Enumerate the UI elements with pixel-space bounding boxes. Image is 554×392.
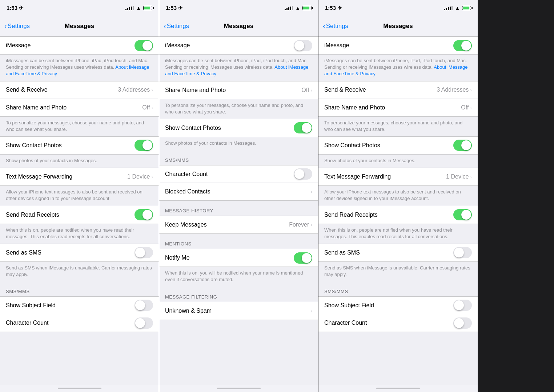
back-button[interactable]: ‹Settings <box>4 22 30 30</box>
chevron-right-icon: › <box>151 87 153 93</box>
row-label: Send & Receive <box>324 87 366 93</box>
toggle-switch[interactable] <box>453 300 472 311</box>
description-text: To personalize your messages, choose you… <box>159 99 318 119</box>
description-link[interactable]: About iMessage and FaceTime & Privacy <box>165 64 309 76</box>
back-label: Settings <box>326 23 348 30</box>
status-time: 1:53 ✈ <box>325 5 342 11</box>
section-header: MESSAGE FILTERING <box>159 287 318 302</box>
settings-group: Show Contact Photos <box>318 136 478 155</box>
home-indicator <box>159 385 318 392</box>
section-header: SMS/MMS <box>0 281 159 296</box>
settings-row[interactable]: Text Message Forwarding1 Device› <box>0 168 159 185</box>
back-label: Settings <box>8 23 30 30</box>
settings-group: Send as SMS <box>0 244 159 262</box>
description-link[interactable]: About iMessage and FaceTime & Privacy <box>324 64 468 76</box>
status-time: 1:53 ✈ <box>7 5 24 11</box>
row-value: Off› <box>301 87 312 93</box>
settings-row[interactable]: Share Name and PhotoOff› <box>159 81 318 99</box>
settings-row: Send as SMS <box>318 244 478 261</box>
section-header: SMS/MMS <box>318 281 478 296</box>
settings-row[interactable]: Share Name and PhotoOff› <box>318 99 478 116</box>
home-bar <box>217 388 261 389</box>
toggle-switch[interactable] <box>453 140 472 151</box>
row-value: 1 Device› <box>127 173 153 180</box>
settings-content: iMessageiMessages can be sent between iP… <box>318 36 478 385</box>
description-link[interactable]: About iMessage and FaceTime & Privacy <box>6 64 149 76</box>
row-label: Show Subject Field <box>324 302 374 309</box>
toggle-switch[interactable] <box>453 209 472 220</box>
toggle-switch[interactable] <box>294 168 312 180</box>
row-label: Send as SMS <box>6 249 41 256</box>
section-header: MENTIONS <box>159 234 318 249</box>
settings-group: Send as SMS <box>318 244 478 262</box>
row-value: › <box>310 189 312 195</box>
description-text: Send as SMS when iMessage is unavailable… <box>318 262 478 281</box>
row-value: Forever› <box>289 221 312 228</box>
toggle-switch[interactable] <box>294 252 312 264</box>
toggle-switch[interactable] <box>135 300 153 311</box>
row-label: Send as SMS <box>324 249 360 256</box>
row-value: 3 Addresses› <box>118 87 153 93</box>
description-text: When this is on, people are notified whe… <box>318 224 478 244</box>
description-text: When this is on, you will be notified wh… <box>159 267 318 287</box>
toggle-switch[interactable] <box>135 247 153 258</box>
toggle-switch[interactable] <box>453 40 472 51</box>
description-text: Show photos of your contacts in Messages… <box>159 137 318 150</box>
row-label: Character Count <box>6 320 48 326</box>
signal-bars-icon <box>444 6 453 10</box>
back-button[interactable]: ‹Settings <box>164 22 189 30</box>
settings-row[interactable]: Send & Receive3 Addresses› <box>318 81 478 99</box>
row-label: Blocked Contacts <box>165 188 210 195</box>
settings-row: iMessage <box>318 37 478 54</box>
row-label: Unknown & Spam <box>165 308 212 314</box>
status-time: 1:53 ✈ <box>166 5 183 11</box>
row-label: Keep Messages <box>165 221 207 228</box>
settings-row[interactable]: Keep MessagesForever› <box>159 216 318 233</box>
settings-group: Send & Receive3 Addresses›Share Name and… <box>318 81 478 117</box>
toggle-switch[interactable] <box>135 317 153 329</box>
settings-row[interactable]: Send & Receive3 Addresses› <box>0 81 159 99</box>
row-label: Show Contact Photos <box>6 142 62 149</box>
settings-row: Show Subject Field <box>318 297 478 314</box>
settings-group: Keep MessagesForever› <box>159 216 318 234</box>
home-indicator <box>318 385 478 392</box>
settings-row[interactable]: Share Name and PhotoOff› <box>0 99 159 116</box>
row-value-text: Forever <box>289 221 309 228</box>
description-text: To personalize your messages, choose you… <box>318 117 478 136</box>
settings-row[interactable]: Unknown & Spam› <box>159 302 318 320</box>
toggle-switch[interactable] <box>294 122 312 133</box>
description-text: When this is on, people are notified whe… <box>0 224 159 244</box>
toggle-switch[interactable] <box>453 247 472 258</box>
back-button[interactable]: ‹Settings <box>323 22 348 30</box>
description-text: Allow your iPhone text messages to also … <box>0 186 159 205</box>
description-text: iMessages can be sent between iPhone, iP… <box>318 55 478 81</box>
home-indicator <box>0 385 159 392</box>
phone-panel-panel2: 1:53 ✈▲‹SettingsMessagesiMessageiMessage… <box>159 0 318 392</box>
back-label: Settings <box>167 23 189 30</box>
toggle-switch[interactable] <box>294 40 312 51</box>
toggle-switch[interactable] <box>453 317 472 329</box>
nav-title: Messages <box>383 23 413 30</box>
toggle-switch[interactable] <box>135 140 153 151</box>
row-value: 3 Addresses› <box>437 87 472 93</box>
wifi-icon: ▲ <box>136 5 141 11</box>
settings-row: Show Contact Photos <box>318 137 478 154</box>
chevron-right-icon: › <box>470 87 472 93</box>
settings-group: iMessage <box>318 36 478 55</box>
row-value-text: Off <box>142 104 150 111</box>
settings-group: Show Subject FieldCharacter Count <box>318 296 478 332</box>
phone-panel-panel1: 1:53 ✈▲‹SettingsMessagesiMessageiMessage… <box>0 0 159 392</box>
row-value: Off› <box>461 104 472 111</box>
settings-row: Show Contact Photos <box>0 137 159 154</box>
settings-row[interactable]: Text Message Forwarding1 Device› <box>318 168 478 185</box>
settings-group: Send Read Receipts <box>0 206 159 224</box>
status-icons: ▲ <box>285 5 312 11</box>
row-value-text: 1 Device <box>446 173 469 180</box>
row-label: Show Subject Field <box>6 302 56 309</box>
settings-row: Character Count <box>0 314 159 332</box>
settings-row[interactable]: Blocked Contacts› <box>159 183 318 200</box>
description-text: Send as SMS when iMessage is unavailable… <box>0 262 159 281</box>
toggle-switch[interactable] <box>135 40 153 51</box>
toggle-switch[interactable] <box>135 209 153 220</box>
row-label: Send Read Receipts <box>6 212 59 218</box>
